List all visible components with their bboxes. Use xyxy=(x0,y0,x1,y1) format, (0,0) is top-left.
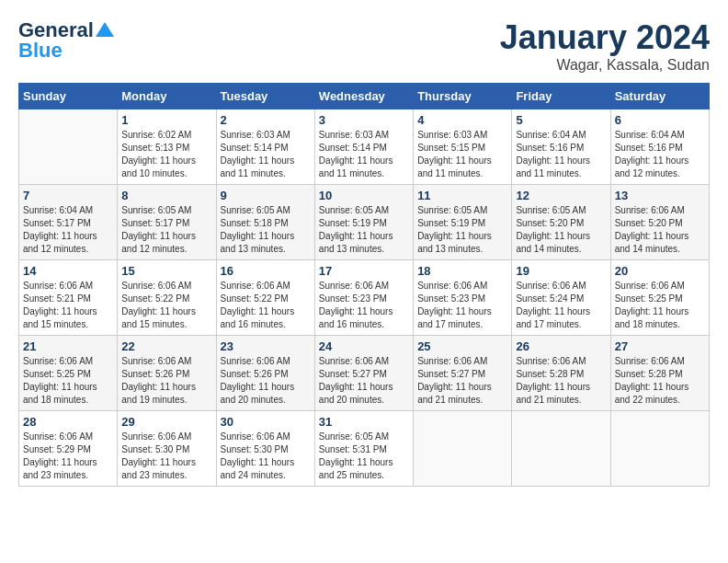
calendar-week-row: 28Sunrise: 6:06 AMSunset: 5:29 PMDayligh… xyxy=(19,411,710,487)
logo-triangle-icon xyxy=(96,22,114,37)
day-number: 30 xyxy=(221,415,311,429)
day-detail: Sunrise: 6:06 AMSunset: 5:24 PMDaylight:… xyxy=(516,280,606,331)
weekday-header: Monday xyxy=(118,84,216,109)
calendar-cell: 9Sunrise: 6:05 AMSunset: 5:18 PMDaylight… xyxy=(216,185,314,260)
day-number: 18 xyxy=(417,264,507,278)
day-number: 20 xyxy=(615,264,705,278)
calendar-table: SundayMondayTuesdayWednesdayThursdayFrid… xyxy=(18,83,710,487)
day-number: 12 xyxy=(516,189,606,202)
day-number: 4 xyxy=(417,113,507,127)
day-detail: Sunrise: 6:05 AMSunset: 5:18 PMDaylight:… xyxy=(221,204,311,256)
location-subtitle: Wagar, Kassala, Sudan xyxy=(500,57,710,74)
calendar-cell: 23Sunrise: 6:06 AMSunset: 5:26 PMDayligh… xyxy=(216,336,314,411)
day-detail: Sunrise: 6:06 AMSunset: 5:23 PMDaylight:… xyxy=(319,280,409,331)
calendar-week-row: 7Sunrise: 6:04 AMSunset: 5:17 PMDaylight… xyxy=(19,185,710,260)
calendar-week-row: 21Sunrise: 6:06 AMSunset: 5:25 PMDayligh… xyxy=(19,336,710,411)
calendar-cell: 14Sunrise: 6:06 AMSunset: 5:21 PMDayligh… xyxy=(19,260,118,336)
calendar-cell: 12Sunrise: 6:05 AMSunset: 5:20 PMDayligh… xyxy=(512,185,610,260)
page-header: General Blue January 2024 Wagar, Kassala… xyxy=(18,18,710,74)
day-number: 10 xyxy=(319,189,409,202)
day-detail: Sunrise: 6:06 AMSunset: 5:20 PMDaylight:… xyxy=(615,204,705,256)
day-number: 11 xyxy=(417,189,507,202)
day-number: 5 xyxy=(516,113,606,127)
day-detail: Sunrise: 6:06 AMSunset: 5:26 PMDaylight:… xyxy=(221,355,311,407)
calendar-cell xyxy=(414,411,512,487)
title-block: January 2024 Wagar, Kassala, Sudan xyxy=(500,18,710,74)
calendar-cell: 18Sunrise: 6:06 AMSunset: 5:23 PMDayligh… xyxy=(414,260,512,336)
day-number: 24 xyxy=(319,339,409,353)
day-number: 28 xyxy=(23,415,113,429)
day-number: 2 xyxy=(221,113,311,127)
day-detail: Sunrise: 6:06 AMSunset: 5:25 PMDaylight:… xyxy=(23,355,113,407)
month-title: January 2024 xyxy=(500,18,710,57)
calendar-cell: 25Sunrise: 6:06 AMSunset: 5:27 PMDayligh… xyxy=(414,336,512,411)
day-number: 16 xyxy=(221,264,311,278)
day-number: 8 xyxy=(121,189,211,202)
day-number: 31 xyxy=(319,415,409,429)
calendar-cell: 3Sunrise: 6:03 AMSunset: 5:14 PMDaylight… xyxy=(314,109,413,185)
day-number: 22 xyxy=(121,339,211,353)
calendar-cell: 7Sunrise: 6:04 AMSunset: 5:17 PMDaylight… xyxy=(19,185,118,260)
day-number: 9 xyxy=(221,189,311,202)
calendar-cell: 26Sunrise: 6:06 AMSunset: 5:28 PMDayligh… xyxy=(512,336,610,411)
day-detail: Sunrise: 6:05 AMSunset: 5:31 PMDaylight:… xyxy=(319,431,409,482)
day-number: 14 xyxy=(23,264,113,278)
calendar-cell: 27Sunrise: 6:06 AMSunset: 5:28 PMDayligh… xyxy=(610,336,709,411)
calendar-cell: 16Sunrise: 6:06 AMSunset: 5:22 PMDayligh… xyxy=(216,260,314,336)
day-detail: Sunrise: 6:03 AMSunset: 5:14 PMDaylight:… xyxy=(221,129,311,180)
calendar-cell: 15Sunrise: 6:06 AMSunset: 5:22 PMDayligh… xyxy=(118,260,216,336)
day-number: 29 xyxy=(121,415,211,429)
day-detail: Sunrise: 6:06 AMSunset: 5:27 PMDaylight:… xyxy=(417,355,507,407)
day-number: 15 xyxy=(121,264,211,278)
weekday-header: Thursday xyxy=(414,84,512,109)
calendar-cell: 20Sunrise: 6:06 AMSunset: 5:25 PMDayligh… xyxy=(610,260,709,336)
day-number: 6 xyxy=(615,113,705,127)
calendar-cell: 11Sunrise: 6:05 AMSunset: 5:19 PMDayligh… xyxy=(414,185,512,260)
day-detail: Sunrise: 6:06 AMSunset: 5:23 PMDaylight:… xyxy=(417,280,507,331)
day-number: 21 xyxy=(23,339,113,353)
calendar-header-row: SundayMondayTuesdayWednesdayThursdayFrid… xyxy=(19,84,710,109)
calendar-week-row: 14Sunrise: 6:06 AMSunset: 5:21 PMDayligh… xyxy=(19,260,710,336)
day-detail: Sunrise: 6:06 AMSunset: 5:30 PMDaylight:… xyxy=(221,431,311,482)
calendar-cell: 30Sunrise: 6:06 AMSunset: 5:30 PMDayligh… xyxy=(216,411,314,487)
calendar-cell xyxy=(610,411,709,487)
day-detail: Sunrise: 6:04 AMSunset: 5:16 PMDaylight:… xyxy=(516,129,606,180)
day-number: 13 xyxy=(615,189,705,202)
day-detail: Sunrise: 6:06 AMSunset: 5:22 PMDaylight:… xyxy=(221,280,311,331)
calendar-cell: 1Sunrise: 6:02 AMSunset: 5:13 PMDaylight… xyxy=(118,109,216,185)
day-detail: Sunrise: 6:05 AMSunset: 5:19 PMDaylight:… xyxy=(319,204,409,256)
calendar-cell: 8Sunrise: 6:05 AMSunset: 5:17 PMDaylight… xyxy=(118,185,216,260)
day-detail: Sunrise: 6:06 AMSunset: 5:22 PMDaylight:… xyxy=(121,280,211,331)
day-detail: Sunrise: 6:06 AMSunset: 5:26 PMDaylight:… xyxy=(121,355,211,407)
calendar-cell: 31Sunrise: 6:05 AMSunset: 5:31 PMDayligh… xyxy=(314,411,413,487)
calendar-cell: 4Sunrise: 6:03 AMSunset: 5:15 PMDaylight… xyxy=(414,109,512,185)
day-detail: Sunrise: 6:05 AMSunset: 5:19 PMDaylight:… xyxy=(417,204,507,256)
day-detail: Sunrise: 6:02 AMSunset: 5:13 PMDaylight:… xyxy=(121,129,211,180)
weekday-header: Saturday xyxy=(610,84,709,109)
calendar-cell: 24Sunrise: 6:06 AMSunset: 5:27 PMDayligh… xyxy=(314,336,413,411)
day-detail: Sunrise: 6:03 AMSunset: 5:15 PMDaylight:… xyxy=(417,129,507,180)
calendar-week-row: 1Sunrise: 6:02 AMSunset: 5:13 PMDaylight… xyxy=(19,109,710,185)
day-number: 17 xyxy=(319,264,409,278)
calendar-cell: 13Sunrise: 6:06 AMSunset: 5:20 PMDayligh… xyxy=(610,185,709,260)
calendar-cell: 17Sunrise: 6:06 AMSunset: 5:23 PMDayligh… xyxy=(314,260,413,336)
logo: General Blue xyxy=(18,18,114,63)
day-detail: Sunrise: 6:06 AMSunset: 5:27 PMDaylight:… xyxy=(319,355,409,407)
day-detail: Sunrise: 6:06 AMSunset: 5:21 PMDaylight:… xyxy=(23,280,113,331)
day-detail: Sunrise: 6:04 AMSunset: 5:16 PMDaylight:… xyxy=(615,129,705,180)
day-number: 1 xyxy=(121,113,211,127)
day-number: 7 xyxy=(23,189,113,202)
day-number: 19 xyxy=(516,264,606,278)
day-detail: Sunrise: 6:06 AMSunset: 5:30 PMDaylight:… xyxy=(121,431,211,482)
day-detail: Sunrise: 6:03 AMSunset: 5:14 PMDaylight:… xyxy=(319,129,409,180)
calendar-cell xyxy=(19,109,118,185)
calendar-cell: 10Sunrise: 6:05 AMSunset: 5:19 PMDayligh… xyxy=(314,185,413,260)
day-detail: Sunrise: 6:04 AMSunset: 5:17 PMDaylight:… xyxy=(23,204,113,256)
day-detail: Sunrise: 6:06 AMSunset: 5:29 PMDaylight:… xyxy=(23,431,113,482)
day-detail: Sunrise: 6:05 AMSunset: 5:17 PMDaylight:… xyxy=(121,204,211,256)
weekday-header: Wednesday xyxy=(314,84,413,109)
calendar-cell: 5Sunrise: 6:04 AMSunset: 5:16 PMDaylight… xyxy=(512,109,610,185)
day-number: 27 xyxy=(615,339,705,353)
weekday-header: Friday xyxy=(512,84,610,109)
calendar-cell: 6Sunrise: 6:04 AMSunset: 5:16 PMDaylight… xyxy=(610,109,709,185)
